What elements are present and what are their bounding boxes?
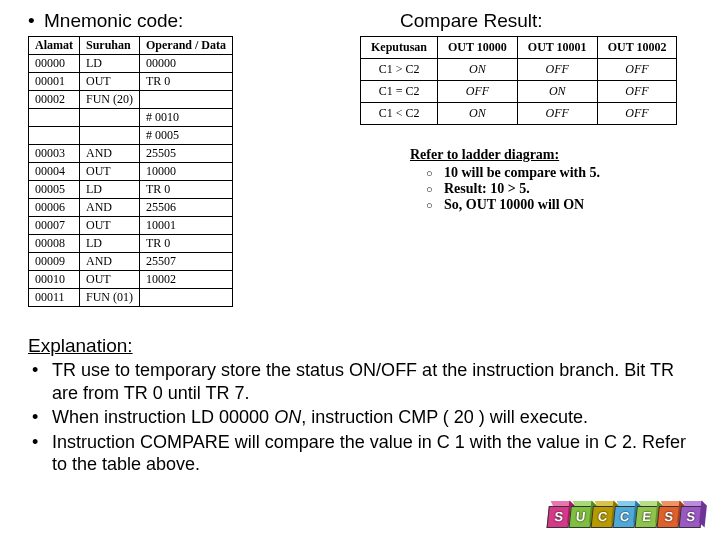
table-row: 00010OUT10002 bbox=[29, 271, 233, 289]
mnemonic-table: Alamat Suruhan Operand / Data 00000LD000… bbox=[28, 36, 233, 307]
table-row: 00007OUT10001 bbox=[29, 217, 233, 235]
table-cell: OFF bbox=[517, 103, 597, 125]
list-item: So, OUT 10000 will ON bbox=[426, 197, 692, 213]
table-cell: ON bbox=[438, 103, 518, 125]
explanation-list: TR use to temporary store the status ON/… bbox=[28, 359, 692, 476]
table-cell: AND bbox=[80, 145, 140, 163]
table-row: 00011FUN (01) bbox=[29, 289, 233, 307]
table-cell: 25505 bbox=[140, 145, 233, 163]
table-cell: TR 0 bbox=[140, 181, 233, 199]
mnemonic-heading-text: Mnemonic code: bbox=[44, 10, 183, 31]
table-row: 00008LDTR 0 bbox=[29, 235, 233, 253]
table-cell: AND bbox=[80, 253, 140, 271]
table-cell: AND bbox=[80, 199, 140, 217]
table-cell: TR 0 bbox=[140, 235, 233, 253]
table-cell: 00007 bbox=[29, 217, 80, 235]
table-cell: OUT bbox=[80, 217, 140, 235]
table-cell: 00001 bbox=[29, 73, 80, 91]
table-row: 00004OUT10000 bbox=[29, 163, 233, 181]
table-cell bbox=[80, 127, 140, 145]
table-cell: LD bbox=[80, 181, 140, 199]
table-cell: 10000 bbox=[140, 163, 233, 181]
compare-heading: Compare Result: bbox=[400, 10, 692, 32]
table-cell: OUT bbox=[80, 163, 140, 181]
table-cell: 25507 bbox=[140, 253, 233, 271]
table-cell: 10002 bbox=[140, 271, 233, 289]
table-row: C1 > C2ONOFFOFF bbox=[361, 59, 677, 81]
mnemonic-heading: •Mnemonic code: bbox=[28, 10, 348, 32]
table-cell bbox=[140, 91, 233, 109]
table-cell: OFF bbox=[597, 81, 677, 103]
cmp-head-out1: OUT 10000 bbox=[438, 37, 518, 59]
table-cell: ON bbox=[517, 81, 597, 103]
table-cell: OFF bbox=[597, 103, 677, 125]
list-item: 10 will be compare with 5. bbox=[426, 165, 692, 181]
mn-head-suruhan: Suruhan bbox=[80, 37, 140, 55]
list-item: Instruction COMPARE will compare the val… bbox=[28, 431, 692, 476]
mn-head-alamat: Alamat bbox=[29, 37, 80, 55]
table-cell: 00003 bbox=[29, 145, 80, 163]
cube-icon: S bbox=[679, 501, 708, 527]
table-cell: OUT bbox=[80, 271, 140, 289]
table-cell: C1 = C2 bbox=[361, 81, 438, 103]
table-row: 00003AND25505 bbox=[29, 145, 233, 163]
table-row: # 0010 bbox=[29, 109, 233, 127]
table-cell bbox=[29, 109, 80, 127]
table-cell: 00008 bbox=[29, 235, 80, 253]
table-row: 00005LDTR 0 bbox=[29, 181, 233, 199]
table-cell: ON bbox=[438, 59, 518, 81]
list-item: TR use to temporary store the status ON/… bbox=[28, 359, 692, 404]
refer-list: 10 will be compare with 5.Result: 10 > 5… bbox=[426, 165, 692, 213]
table-cell bbox=[80, 109, 140, 127]
table-cell: # 0010 bbox=[140, 109, 233, 127]
table-cell: 10001 bbox=[140, 217, 233, 235]
table-cell: OUT bbox=[80, 73, 140, 91]
table-row: 00002FUN (20) bbox=[29, 91, 233, 109]
table-cell: C1 > C2 bbox=[361, 59, 438, 81]
table-cell: 00011 bbox=[29, 289, 80, 307]
refer-title: Refer to ladder diagram: bbox=[410, 147, 692, 163]
table-row: 00001OUTTR 0 bbox=[29, 73, 233, 91]
table-cell: 00004 bbox=[29, 163, 80, 181]
list-item: When instruction LD 00000 ON, instructio… bbox=[28, 406, 692, 429]
compare-table: Keputusan OUT 10000 OUT 10001 OUT 10002 … bbox=[360, 36, 677, 125]
table-cell: TR 0 bbox=[140, 73, 233, 91]
table-cell: FUN (01) bbox=[80, 289, 140, 307]
table-row: C1 = C2OFFONOFF bbox=[361, 81, 677, 103]
table-row: C1 < C2ONOFFOFF bbox=[361, 103, 677, 125]
explanation-heading: Explanation: bbox=[28, 335, 692, 357]
cmp-head-out2: OUT 10001 bbox=[517, 37, 597, 59]
list-item: Result: 10 > 5. bbox=[426, 181, 692, 197]
table-cell: OFF bbox=[597, 59, 677, 81]
table-cell: 00000 bbox=[140, 55, 233, 73]
table-cell: OFF bbox=[517, 59, 597, 81]
table-cell: C1 < C2 bbox=[361, 103, 438, 125]
table-row: # 0005 bbox=[29, 127, 233, 145]
table-cell: LD bbox=[80, 55, 140, 73]
table-cell bbox=[29, 127, 80, 145]
table-cell: 00010 bbox=[29, 271, 80, 289]
table-row: 00009AND25507 bbox=[29, 253, 233, 271]
table-cell bbox=[140, 289, 233, 307]
table-cell: FUN (20) bbox=[80, 91, 140, 109]
cmp-head-out3: OUT 10002 bbox=[597, 37, 677, 59]
table-cell: 25506 bbox=[140, 199, 233, 217]
table-row: 00000LD00000 bbox=[29, 55, 233, 73]
table-cell: 00006 bbox=[29, 199, 80, 217]
table-cell: 00009 bbox=[29, 253, 80, 271]
table-row: 00006AND25506 bbox=[29, 199, 233, 217]
success-cubes-graphic: SUCCESS bbox=[552, 501, 706, 530]
table-cell: 00005 bbox=[29, 181, 80, 199]
table-cell: # 0005 bbox=[140, 127, 233, 145]
table-cell: OFF bbox=[438, 81, 518, 103]
table-cell: 00000 bbox=[29, 55, 80, 73]
table-cell: 00002 bbox=[29, 91, 80, 109]
cmp-head-keputusan: Keputusan bbox=[361, 37, 438, 59]
table-cell: LD bbox=[80, 235, 140, 253]
mn-head-operand: Operand / Data bbox=[140, 37, 233, 55]
